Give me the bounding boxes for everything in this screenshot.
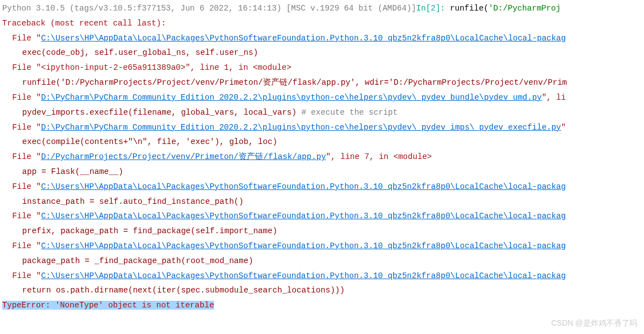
file-path-link[interactable]: D:/PycharmProjects/Project/venv/Primeton… — [41, 152, 326, 161]
console-header: Python 3.10.5 (tags/v3.10.5:f377153, Jun… — [2, 1, 642, 16]
traceback-code: exec(code_obj, self.user_global_ns, self… — [2, 45, 642, 60]
traceback-frame: File "<ipython-input-2-e65a911389a0>", l… — [2, 60, 642, 75]
watermark: CSDN @是炸鸡不香了吗 — [551, 316, 637, 331]
error-text: TypeError: 'NoneType' object is not iter… — [2, 301, 214, 310]
traceback-code: runfile('D:/PycharmProjects/Project/venv… — [2, 75, 642, 90]
file-path-link[interactable]: C:\Users\HP\AppData\Local\Packages\Pytho… — [41, 212, 565, 220]
traceback-frame: File "D:\PyCharm\PyCharm Community Editi… — [2, 120, 642, 135]
file-path-link[interactable]: C:\Users\HP\AppData\Local\Packages\Pytho… — [41, 34, 565, 43]
command-string: 'D:/PycharmProj — [489, 4, 561, 13]
traceback-frame: File "C:\Users\HP\AppData\Local\Packages… — [2, 209, 642, 224]
file-path-link[interactable]: C:\Users\HP\AppData\Local\Packages\Pytho… — [41, 182, 565, 191]
traceback-frame: File "D:/PycharmProjects/Project/venv/Pr… — [2, 150, 642, 165]
error-line[interactable]: TypeError: 'NoneType' object is not iter… — [2, 298, 642, 313]
traceback-frame: File "D:\PyCharm\PyCharm Community Editi… — [2, 90, 642, 105]
file-path-link[interactable]: D:\PyCharm\PyCharm Community Edition 202… — [41, 123, 561, 132]
traceback-frame: File "C:\Users\HP\AppData\Local\Packages… — [2, 31, 642, 46]
traceback-code: app = Flask(__name__) — [2, 165, 642, 179]
traceback-code: return os.path.dirname(next(iter(spec.su… — [2, 283, 642, 298]
traceback-header: Traceback (most recent call last): — [2, 16, 642, 31]
prompt-label: In[2]: — [416, 4, 445, 13]
traceback-frame: File "C:\Users\HP\AppData\Local\Packages… — [2, 269, 642, 284]
traceback-code: instance_path = self.auto_find_instance_… — [2, 194, 642, 209]
python-version: Python 3.10.5 (tags/v3.10.5:f377153, Jun… — [2, 4, 416, 13]
traceback-code: pydev_imports.execfile(filename, global_… — [2, 105, 642, 120]
traceback-code: prefix, package_path = find_package(self… — [2, 224, 642, 239]
file-path-link[interactable]: D:\PyCharm\PyCharm Community Edition 202… — [41, 93, 542, 102]
command-pre: runfile( — [445, 4, 489, 13]
traceback-code: package_path = _find_package_path(root_m… — [2, 254, 642, 269]
file-path-link[interactable]: C:\Users\HP\AppData\Local\Packages\Pytho… — [41, 271, 565, 280]
traceback-code: exec(compile(contents+"\n", file, 'exec'… — [2, 135, 642, 150]
traceback-frame: File "C:\Users\HP\AppData\Local\Packages… — [2, 179, 642, 194]
file-path-link[interactable]: C:\Users\HP\AppData\Local\Packages\Pytho… — [41, 241, 565, 250]
traceback-frame: File "C:\Users\HP\AppData\Local\Packages… — [2, 239, 642, 254]
